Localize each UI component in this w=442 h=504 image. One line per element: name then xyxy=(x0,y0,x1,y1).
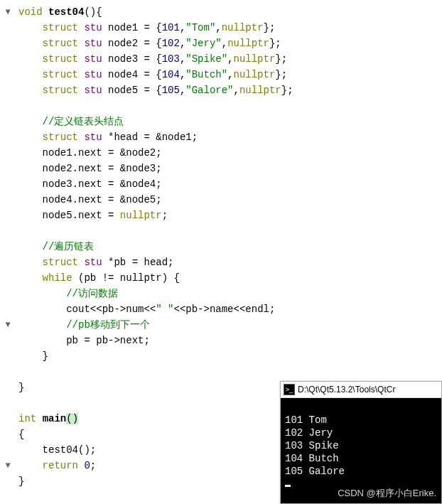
console-icon: >_ xyxy=(284,384,295,395)
stmt: test04(); xyxy=(43,444,97,456)
comment: //pb移动到下一个 xyxy=(66,319,150,331)
assign: = head; xyxy=(132,257,174,268)
console-window[interactable]: >_ D:\Qt\Qt5.13.2\Tools\QtCr 101 Tom 102… xyxy=(280,381,442,504)
console-line: 104 Butch xyxy=(285,453,339,464)
keyword: void xyxy=(18,6,43,18)
expr: node4.next xyxy=(43,194,102,205)
expr: &node4 xyxy=(120,178,156,190)
num: 104 xyxy=(162,69,180,80)
expr: pb->num xyxy=(102,304,144,315)
op: << xyxy=(144,304,156,315)
func-name: main xyxy=(43,413,67,424)
console-line: 101 Tom xyxy=(285,414,327,426)
expr: &node3 xyxy=(120,163,156,174)
string: "Galore" xyxy=(185,85,233,96)
stream: cout xyxy=(66,304,90,315)
type: stu xyxy=(84,132,102,143)
comment: //遍历链表 xyxy=(43,241,95,252)
expr: node2.next xyxy=(43,163,102,174)
expr: &node2 xyxy=(120,147,156,159)
type: stu xyxy=(84,257,102,268)
string: " " xyxy=(156,304,173,315)
func-name: test04 xyxy=(48,6,84,18)
expr: pb->name xyxy=(185,304,233,315)
expr: &node5 xyxy=(120,194,156,205)
assign: = &node1; xyxy=(144,132,198,143)
op: << xyxy=(234,304,246,315)
console-title-text: D:\Qt\Qt5.13.2\Tools\QtCr xyxy=(298,385,395,395)
num: 101 xyxy=(162,22,180,33)
endl: endl xyxy=(245,304,269,315)
keyword: struct xyxy=(43,257,78,268)
comment: //访问数据 xyxy=(66,288,118,299)
nullptr: nullptr xyxy=(120,210,162,221)
num: 105 xyxy=(162,85,180,96)
expr: node1.next xyxy=(43,147,102,159)
string: "Butch" xyxy=(185,69,227,80)
num: 102 xyxy=(162,38,180,49)
params: () xyxy=(66,413,78,424)
comment: //定义链表头结点 xyxy=(43,116,124,127)
keyword: struct xyxy=(43,132,78,143)
console-titlebar[interactable]: >_ D:\Qt\Qt5.13.2\Tools\QtCr xyxy=(281,382,441,398)
fold-gutter: ▼ ▼ ▼ xyxy=(0,0,16,504)
console-line: 105 Galore xyxy=(285,466,345,477)
num: 103 xyxy=(162,53,180,65)
params: () xyxy=(84,6,96,18)
var: *head xyxy=(108,132,138,143)
op: << xyxy=(90,304,102,315)
expr: node3.next xyxy=(43,178,102,190)
var: *pb xyxy=(108,257,126,268)
string: "Jery" xyxy=(185,38,221,49)
fold-marker-icon[interactable]: ▼ xyxy=(0,317,16,333)
cursor-icon xyxy=(285,485,291,487)
console-output: 101 Tom 102 Jery 103 Spike 104 Butch 105… xyxy=(281,398,441,503)
fold-marker-icon[interactable]: ▼ xyxy=(0,458,16,473)
code-area[interactable]: void test04(){ struct stu node1 = {101,"… xyxy=(16,0,293,504)
op: << xyxy=(173,304,185,315)
stmt: pb = pb->next; xyxy=(66,335,150,346)
console-line: 102 Jery xyxy=(285,427,333,439)
console-line: 103 Spike xyxy=(285,440,339,451)
keyword: int xyxy=(18,413,36,424)
expr: node5.next xyxy=(43,210,102,221)
fold-marker-icon[interactable]: ▼ xyxy=(0,4,16,20)
string: "Spike" xyxy=(185,53,227,65)
string: "Tom" xyxy=(185,22,215,33)
condition: pb != nullptr xyxy=(84,272,161,284)
